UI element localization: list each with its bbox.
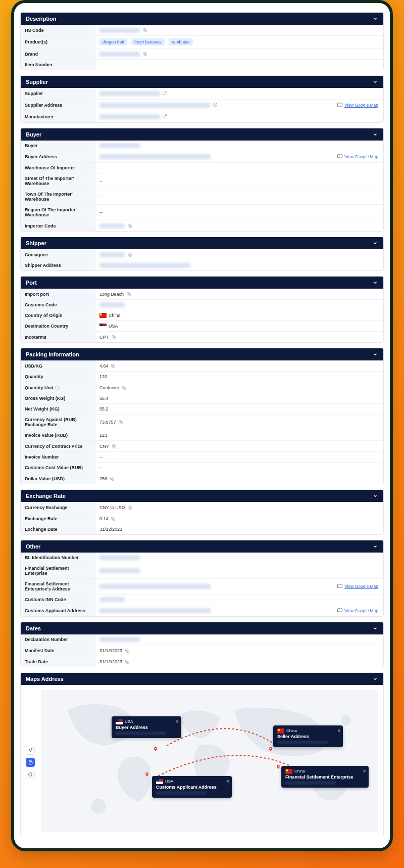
svg-marker-4 [337,103,342,107]
section-title: Supplier [26,79,48,85]
google-map-link[interactable]: View Google Map [332,581,383,592]
label-fse-address: Financial Settlement Enterprise's Addres… [21,579,95,594]
svg-marker-44 [28,748,32,752]
map-card-seller[interactable]: × China Seller Address [273,725,343,747]
label-invoice-number: Invoice Number [21,452,95,462]
svg-point-53 [146,773,148,775]
section-header-shipper[interactable]: Shipper [21,237,383,249]
chevron-down-icon [372,543,378,550]
value-customs-inn [95,595,383,605]
copy-icon[interactable] [124,648,130,653]
section-packing: Packing Information USD/KG4.64 Quantity1… [20,348,384,484]
copy-icon[interactable] [126,291,131,297]
copy-icon[interactable] [118,420,124,425]
content-area: Description HS Code Product(s) dragon fr… [14,3,390,848]
product-tag[interactable]: fresh bananas [131,38,165,45]
google-map-link[interactable]: View Google Map [332,100,383,111]
section-header-maps[interactable]: Maps Address [21,673,383,685]
copy-icon[interactable] [127,505,132,510]
map-icon [337,608,342,614]
row-hs-code: HS Code [21,25,383,36]
value-usd-kg: 4.64 [95,360,383,371]
copy-icon[interactable] [142,51,147,57]
external-link-icon[interactable] [213,102,218,108]
device-frame: Description HS Code Product(s) dragon fr… [11,0,393,851]
svg-point-52 [155,748,157,750]
google-map-link[interactable]: View Google Map [332,151,383,162]
map-container[interactable]: × USA Buyer Address × China Seller Addre… [21,685,383,837]
flag-china-icon [99,313,107,318]
product-tag[interactable]: dragon fruit [99,38,127,45]
google-map-link[interactable]: View Google Map [332,605,383,616]
value-brand [95,49,383,59]
label-buyer-address: Buyer Address [21,151,95,162]
label-destination-country: Destination Country [21,321,95,331]
copy-icon[interactable] [111,516,116,521]
label-trade-date: Trade Date [21,656,95,667]
copy-icon[interactable] [121,385,127,390]
section-header-exchange[interactable]: Exchange Rate [21,490,383,502]
copy-icon[interactable] [109,476,115,481]
map-navigate-button[interactable] [26,746,35,755]
map-icon [337,154,342,160]
section-header-description[interactable]: Description [21,13,383,25]
label-country-origin: Country of Origin [21,310,95,321]
copy-icon[interactable] [111,443,117,449]
section-header-buyer[interactable]: Buyer [21,128,383,141]
product-tag[interactable]: rambutan [169,38,193,45]
label-incoterms: Incoterms [21,332,95,342]
label-currency-rub-rate: Currency Against (RUB) Exchange Rate [21,415,95,430]
svg-point-54 [270,748,272,750]
label-exchange-date: Exchange Date [21,524,95,534]
value-fse-address [95,581,332,591]
section-header-port[interactable]: Port [21,277,383,289]
close-icon[interactable]: × [337,728,340,734]
map-card-fse[interactable]: × China Financial Settlement Enterprise [281,766,369,788]
section-title: Other [26,543,40,550]
map-pin-icon [268,746,273,753]
chevron-down-icon [372,625,378,631]
copy-icon[interactable] [127,223,132,229]
close-icon[interactable]: × [363,768,366,774]
section-exchange: Exchange Rate Currency ExchangeCNY to US… [20,489,384,535]
copy-icon[interactable] [142,27,147,33]
flag-usa-icon [156,779,163,784]
label-customs-applicant-address: Customs Applicant Address [21,605,95,616]
label-usd-kg: USD/KG [21,360,95,371]
section-header-packing[interactable]: Packing Information [21,348,383,360]
chevron-down-icon [372,16,378,22]
section-shipper: Shipper Consignee Shipper Address [20,237,384,271]
value-supplier [95,88,383,99]
section-header-other[interactable]: Other [21,540,383,553]
value-manifest-date: 31/12/2023 [95,645,383,656]
value-exchange-rate: 0.14 [95,513,383,524]
map-card-title: Customs Applicant Address [156,785,217,790]
map-grab-button[interactable] [26,758,35,767]
flag-usa-icon [99,324,107,329]
chevron-down-icon [372,676,378,682]
section-header-dates[interactable]: Dates [21,622,383,634]
section-title: Dates [26,625,41,631]
section-header-supplier[interactable]: Supplier [21,76,383,88]
info-icon[interactable] [55,385,60,390]
copy-icon[interactable] [124,659,130,664]
close-icon[interactable]: × [176,719,179,724]
close-icon[interactable]: × [226,779,229,784]
map-card-buyer[interactable]: × USA Buyer Address [112,716,181,738]
value-region-importer-wh: -- [95,207,383,217]
label-quantity: Quantity [21,372,95,382]
label-consignee: Consignee [21,249,95,260]
map-card-customs[interactable]: × USA Customs Applicant Address [152,776,232,798]
world-map [41,690,378,832]
section-title: Shipper [26,240,46,246]
row-manufacturer: Manufacturer [21,111,383,122]
external-link-icon[interactable] [162,114,167,120]
copy-icon[interactable] [111,363,116,369]
value-fse [95,566,383,576]
external-link-icon[interactable] [162,90,167,97]
value-buyer [95,141,383,151]
map-center-button[interactable] [26,770,35,779]
copy-icon[interactable] [127,252,132,257]
value-dollar-value: 256 [95,473,383,484]
copy-icon[interactable] [111,334,116,340]
